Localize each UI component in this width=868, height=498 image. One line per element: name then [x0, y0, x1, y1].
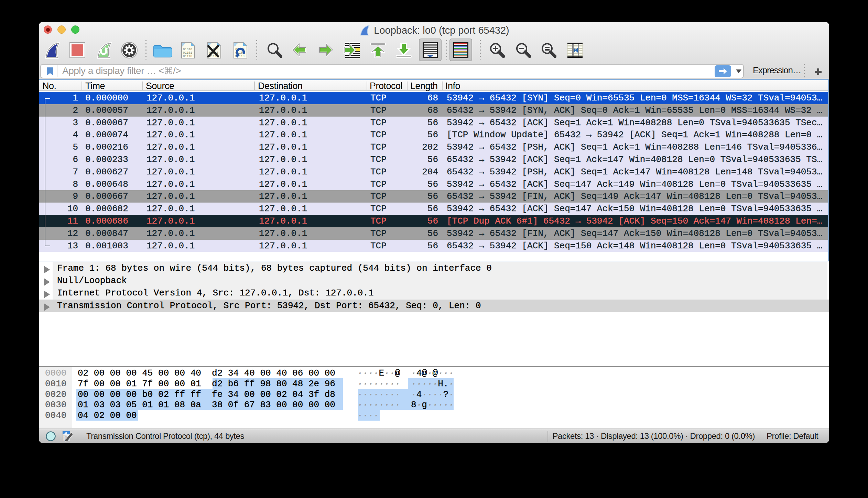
svg-text:01110: 01110 [183, 55, 192, 58]
svg-text:01101: 01101 [183, 51, 192, 55]
svg-text:01010: 01010 [183, 48, 192, 51]
